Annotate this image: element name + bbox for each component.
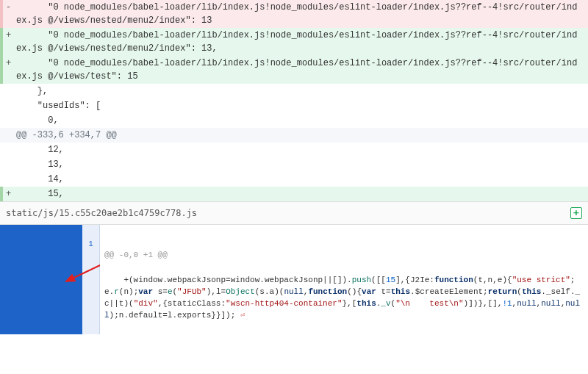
token-id: s [259,287,265,296]
diff-line-del[interactable]: - "0 node_modules/babel-loader/lib/index… [0,0,588,28]
diff-sign: + [6,29,16,55]
code-block: 1 @@ -0,0 +1 @@ +(window.webpackJsonp=wi… [0,225,588,334]
line-number-column: 1 [82,225,100,334]
diff-sign [6,84,16,98]
token-op: }}]); [211,311,235,320]
token-kw: function [308,287,347,296]
diff-text: "0 node_modules/babel-loader/lib/index.j… [16,1,582,27]
token-op: ||[]). [323,276,352,284]
diff-text: 13, [16,158,582,171]
token-prop: J2Ie [410,276,429,284]
token-prop: staticClass [168,299,221,308]
diff-line-ctx[interactable]: 13, [0,157,588,172]
token-prop: exports [177,311,211,320]
token-op: , [483,276,488,284]
token-prop: default [129,311,162,320]
diff-line-add[interactable]: + "0 node_modules/babel-loader/lib/index… [0,56,588,84]
diff-text: @@ -333,6 +334,7 @@ [16,129,582,142]
token-fn: push [352,276,371,284]
diff-text: }, [16,84,582,98]
token-op: (){ [347,287,362,296]
diff-sign: - [6,1,16,27]
token-op: )( [123,299,133,308]
token-op: || [110,299,119,308]
file-path: static/js/15.c55c20ae2b1c4759c778.js [6,206,570,220]
diff-line-ctx[interactable]: }, [0,84,588,98]
code-hunk-header: @@ -0,0 +1 @@ [104,250,584,263]
token-str: "wscn-http404-container" [226,299,342,308]
code-content[interactable]: @@ -0,0 +1 @@ +(window.webpackJsonp=wind… [100,225,588,334]
token-kw: function [434,276,473,284]
diff-text: 15, [16,187,582,201]
diff-sign: + [6,187,16,201]
token-op: . [570,287,576,296]
diff-text: "usedIds": [ [16,99,582,112]
diff-text: 14, [16,173,582,186]
token-prop: webpackJsonp [265,276,323,284]
token-id: e [104,287,110,296]
token-op: = [162,287,168,296]
token-kw: return [488,287,517,296]
token-op: . [410,287,415,296]
diff-line-add[interactable]: + 15, [0,187,588,201]
token-op: . [265,287,270,296]
token-num: !1 [502,299,512,308]
token-op: ],{ [395,276,410,284]
token-op: . [162,276,168,284]
diff-sign [6,129,16,142]
token-null: null [517,299,536,308]
token-fn: e [168,287,173,296]
token-kw: var [138,287,153,296]
token-prop: $createElement [415,287,483,296]
diff-sign [6,143,16,157]
token-id: window [134,276,163,284]
token-op: = [226,276,231,284]
token-op: ([[ [371,276,386,284]
token-this: this [356,299,376,308]
token-null: null [284,287,303,296]
token-id: l [216,287,221,296]
file-header[interactable]: static/js/15.c55c20ae2b1c4759c778.js + [0,201,588,225]
token-op: ; [570,276,576,284]
token-op: : [429,276,434,284]
token-str: "div" [134,299,158,308]
diff-line-ctx[interactable]: 14, [0,172,588,187]
line-number: 1 [84,228,98,251]
token-op: )])},[], [464,299,503,308]
token-num: 15 [386,276,395,284]
token-op: = [386,287,391,296]
diff-line-ctx[interactable]: "usedIds": [ [0,98,588,113]
token-id: t [478,276,483,284]
token-op: . [541,287,546,296]
token-this: this [522,287,541,296]
diff-sign [6,173,16,186]
token-eol: ⏎ [235,311,245,320]
diff-line-hunk[interactable]: @@ -333,6 +334,7 @@ [0,128,588,143]
diff-sign [6,114,16,127]
token-prop: webpackJsonp [168,276,226,284]
diff-sign: + [6,57,16,83]
gutter [0,225,82,334]
token-fn: _v [381,299,390,308]
diff-line-add[interactable]: + "0 node_modules/babel-loader/lib/index… [0,28,588,56]
token-fn: Object [226,287,255,296]
diff-line-ctx[interactable]: 0, [0,113,588,128]
token-op: = [162,311,168,320]
token-str: "\n test\n" [395,299,463,308]
token-op: , [492,276,498,284]
diff-text: 12, [16,143,582,157]
token-op: ; [483,287,488,296]
token-fn: r [114,287,119,296]
token-op: )( [274,287,284,296]
token-op: ), [207,287,216,296]
token-op: ); [110,311,119,320]
token-op: ,{ [158,299,168,308]
diff-sign [6,99,16,112]
token-id: window [231,276,260,284]
token-prop: _self [546,287,570,296]
diff-line-ctx[interactable]: 12, [0,143,588,157]
token-op: . [259,276,265,284]
add-file-icon[interactable]: + [570,207,582,219]
diff-text: "0 node_modules/babel-loader/lib/index.j… [16,29,582,55]
token-str: "use strict" [512,276,570,284]
